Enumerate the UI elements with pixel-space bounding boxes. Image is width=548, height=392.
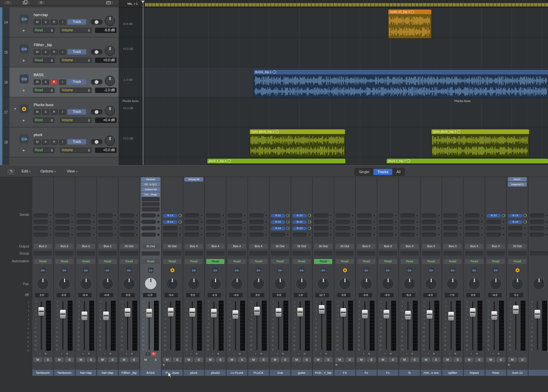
volume-fader[interactable]: 630369122130405060 bbox=[291, 300, 312, 352]
send-knob[interactable] bbox=[523, 214, 527, 217]
volume-value[interactable]: -1.0 bbox=[143, 293, 156, 297]
automation-param-dropdown[interactable]: Volume bbox=[60, 118, 92, 123]
mixer-strip[interactable]: ReviverFF...o-Q 2Oxford InfVol...Shap St… bbox=[140, 177, 161, 376]
send-slot[interactable] bbox=[98, 220, 113, 224]
volume-fader[interactable]: 630369122130405060 bbox=[119, 300, 140, 352]
group-slot[interactable] bbox=[120, 252, 138, 256]
stack-disclosure[interactable]: ▶ bbox=[508, 363, 510, 366]
record-enable-button[interactable]: R bbox=[194, 352, 199, 356]
fader-cap[interactable] bbox=[470, 308, 476, 317]
automation-disclosure[interactable]: ▶ bbox=[23, 29, 25, 32]
automation-mode-button[interactable]: Read bbox=[444, 259, 462, 264]
send-slot[interactable] bbox=[357, 214, 372, 218]
input-monitor-button[interactable]: I bbox=[318, 352, 323, 356]
output-button[interactable]: Bus 3 bbox=[422, 244, 440, 249]
group-slot[interactable] bbox=[530, 252, 548, 256]
plugin-slot[interactable]: Oxford Inf bbox=[141, 187, 160, 192]
send-slot[interactable] bbox=[465, 220, 480, 224]
send-slot[interactable] bbox=[120, 233, 134, 237]
volume-value[interactable]: 12.7 bbox=[315, 293, 329, 297]
send-knob[interactable] bbox=[502, 214, 505, 217]
send-slot[interactable] bbox=[206, 214, 221, 218]
mixer-strip[interactable]: Bus 2 Read -3.0 630369122130405060 IR MS… bbox=[54, 177, 75, 376]
audio-region[interactable]: BASS_bip.1 bbox=[254, 70, 548, 98]
solo-button[interactable]: S bbox=[453, 357, 462, 362]
output-button[interactable]: Bus 4 bbox=[185, 244, 203, 249]
mixer-strip[interactable]: B 11 B 10 B 14 St Out Read 0.0 630369122… bbox=[270, 177, 291, 376]
add-track-button[interactable]: + bbox=[4, 0, 12, 5]
send-slot[interactable]: B 14 bbox=[163, 220, 178, 224]
strip-name[interactable]: hat+clap bbox=[75, 370, 96, 376]
audio-region[interactable]: Spire pluck_bip.2 bbox=[250, 129, 345, 157]
menu-view[interactable]: View▾ bbox=[67, 169, 78, 173]
record-enable-button[interactable]: R bbox=[130, 352, 134, 356]
fader-cap[interactable] bbox=[82, 312, 87, 320]
send-slot[interactable] bbox=[357, 233, 372, 237]
mute-button[interactable]: M bbox=[34, 79, 41, 85]
automation-mode-button[interactable]: Read bbox=[206, 259, 224, 264]
send-slot[interactable] bbox=[422, 214, 436, 218]
fader-cap[interactable] bbox=[319, 305, 325, 314]
input-monitor-button[interactable]: I bbox=[383, 352, 388, 356]
automation-mode-dropdown[interactable]: Read bbox=[33, 58, 55, 63]
mute-button[interactable]: M bbox=[184, 357, 193, 362]
pan-knob[interactable] bbox=[166, 278, 178, 289]
solo-button[interactable]: S bbox=[42, 20, 49, 25]
fader-cap[interactable] bbox=[535, 310, 540, 319]
send-slot[interactable] bbox=[206, 233, 221, 237]
input-monitor-button[interactable]: I bbox=[361, 352, 366, 356]
pan-knob[interactable] bbox=[123, 278, 135, 289]
send-slot[interactable] bbox=[227, 233, 242, 237]
send-slot[interactable]: B 10 bbox=[508, 220, 523, 224]
pan-knob[interactable] bbox=[404, 278, 415, 289]
volume-value[interactable]: -4.0 bbox=[423, 293, 437, 297]
group-slot[interactable] bbox=[293, 252, 311, 256]
send-slot[interactable] bbox=[206, 226, 221, 230]
send-slot[interactable] bbox=[400, 226, 415, 230]
volume-value[interactable]: -4.0 bbox=[229, 293, 243, 297]
fader-cap[interactable] bbox=[513, 305, 519, 314]
fader-cap[interactable] bbox=[448, 312, 454, 321]
send-slot[interactable] bbox=[529, 214, 544, 218]
group-slot[interactable] bbox=[55, 252, 73, 256]
record-enable-button[interactable]: R bbox=[87, 352, 91, 356]
automation-param-dropdown[interactable]: Volume bbox=[60, 88, 92, 93]
fader-cap[interactable] bbox=[125, 308, 130, 317]
mute-button[interactable]: M bbox=[120, 357, 128, 362]
fader-cap[interactable] bbox=[384, 310, 389, 319]
send-slot[interactable] bbox=[314, 226, 329, 230]
record-enable-button[interactable]: R bbox=[65, 352, 70, 356]
mute-button[interactable]: M bbox=[163, 357, 172, 362]
mute-button[interactable]: M bbox=[206, 357, 215, 362]
mute-button[interactable]: M bbox=[55, 357, 64, 362]
input-monitor-button[interactable]: I bbox=[59, 79, 66, 85]
pan-knob[interactable] bbox=[317, 278, 329, 289]
track-alternatives-button[interactable]: Track bbox=[67, 79, 86, 85]
volume-value[interactable]: 0.0 bbox=[272, 293, 286, 297]
solo-button[interactable]: S bbox=[238, 357, 246, 362]
mixer-strip[interactable]: Bus 4 Read 3.0 630369122130405060 IR MS … bbox=[248, 177, 269, 376]
plugin-slot[interactable]: Imperial D bbox=[508, 182, 527, 187]
strip-name[interactable]: Tambourin bbox=[54, 370, 75, 376]
audio-region[interactable]: pluck 2_bip.7 bbox=[387, 159, 548, 165]
send-slot[interactable] bbox=[465, 226, 480, 230]
pan-knob[interactable] bbox=[102, 278, 113, 289]
send-slot[interactable]: B 14 bbox=[271, 226, 285, 230]
group-slot[interactable] bbox=[98, 252, 117, 256]
track-alternatives-button[interactable]: Track bbox=[67, 109, 86, 115]
group-slot[interactable] bbox=[271, 252, 289, 256]
track-on-off-button[interactable] bbox=[91, 79, 102, 85]
track-number[interactable]: 16 bbox=[2, 67, 9, 97]
solo-button[interactable]: S bbox=[108, 357, 117, 362]
strip-name[interactable]: PAD...Y_bip bbox=[313, 370, 334, 376]
send-knob[interactable] bbox=[286, 220, 290, 224]
record-enable-button[interactable]: R bbox=[432, 352, 436, 356]
solo-button[interactable]: S bbox=[151, 357, 160, 362]
output-button[interactable]: Bus 3 bbox=[487, 244, 505, 249]
mute-button[interactable]: M bbox=[33, 357, 42, 362]
send-slot[interactable] bbox=[271, 233, 285, 237]
pan-knob[interactable] bbox=[490, 278, 501, 289]
input-monitor-button[interactable]: I bbox=[59, 50, 66, 55]
send-slot[interactable] bbox=[77, 226, 91, 230]
playhead[interactable] bbox=[143, 1, 143, 165]
